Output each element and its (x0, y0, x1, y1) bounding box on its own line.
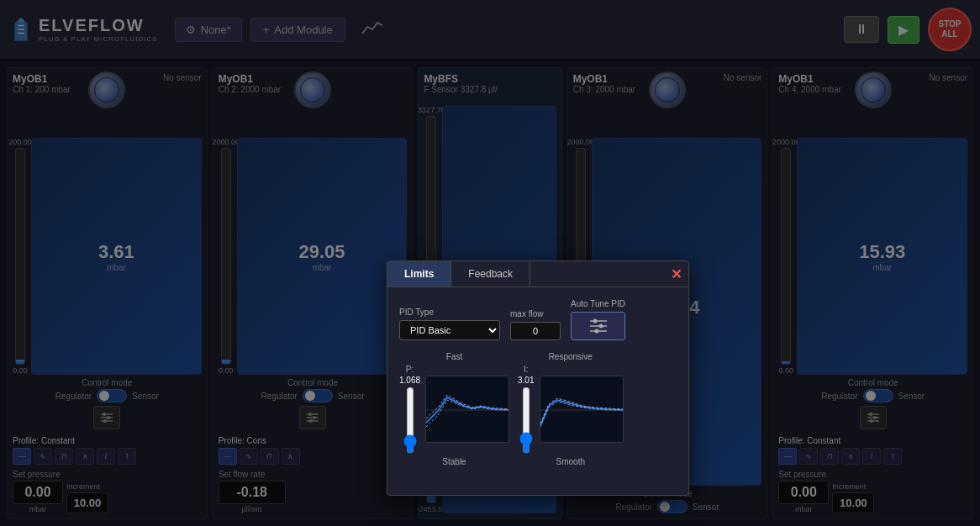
p-slider[interactable] (403, 387, 417, 454)
p-value: 1.068 (399, 376, 420, 385)
p-chart-col: Fast P: 1.068 (399, 352, 509, 466)
auto-tune-label: Auto Tune PID (571, 299, 625, 308)
i-chart-svg (540, 376, 624, 443)
svg-point-20 (593, 319, 597, 323)
p-param: P: 1.068 (399, 365, 420, 454)
pid-modal: Limits Feedback ✕ PID Type PID Basic max… (387, 260, 689, 496)
i-slider[interactable] (519, 387, 533, 454)
pid-charts-container: Fast P: 1.068 (399, 352, 677, 466)
svg-point-24 (594, 329, 598, 334)
fast-label: Fast (446, 352, 462, 361)
p-slider-chart: P: 1.068 (399, 365, 509, 454)
max-flow-label: max flow (510, 309, 561, 318)
pid-type-label: PID Type (399, 308, 500, 317)
modal-close-btn[interactable]: ✕ (671, 266, 682, 282)
i-chart-box (540, 376, 624, 443)
i-label: I: (524, 365, 529, 374)
smooth-label: Smooth (556, 457, 585, 466)
i-chart-col: Responsive I: 3.01 (518, 352, 623, 466)
p-label: P: (406, 365, 414, 374)
p-chart-svg (426, 376, 509, 443)
i-value: 3.01 (518, 376, 534, 385)
i-slider-chart: I: 3.01 (518, 365, 623, 454)
feedback-tab[interactable]: Feedback (451, 261, 530, 287)
modal-body: PID Type PID Basic max flow Auto Tune PI… (387, 287, 688, 478)
limits-tab[interactable]: Limits (387, 261, 451, 287)
max-flow-input[interactable] (510, 322, 561, 340)
p-chart-box (425, 376, 509, 443)
pid-type-col: PID Type PID Basic (399, 308, 500, 340)
modal-overlay[interactable]: Limits Feedback ✕ PID Type PID Basic max… (0, 0, 980, 526)
stable-label: Stable (442, 457, 466, 466)
responsive-label: Responsive (549, 352, 593, 361)
pid-row: PID Type PID Basic max flow Auto Tune PI… (399, 299, 677, 340)
auto-tune-btn[interactable] (571, 312, 625, 340)
max-flow-col: max flow (510, 309, 561, 340)
auto-tune-icon (588, 318, 609, 334)
modal-tabs: Limits Feedback ✕ (387, 261, 688, 287)
svg-point-22 (598, 324, 603, 329)
auto-tune-col: Auto Tune PID (571, 299, 625, 340)
i-param: I: 3.01 (518, 365, 534, 454)
pid-type-select[interactable]: PID Basic (399, 320, 500, 340)
